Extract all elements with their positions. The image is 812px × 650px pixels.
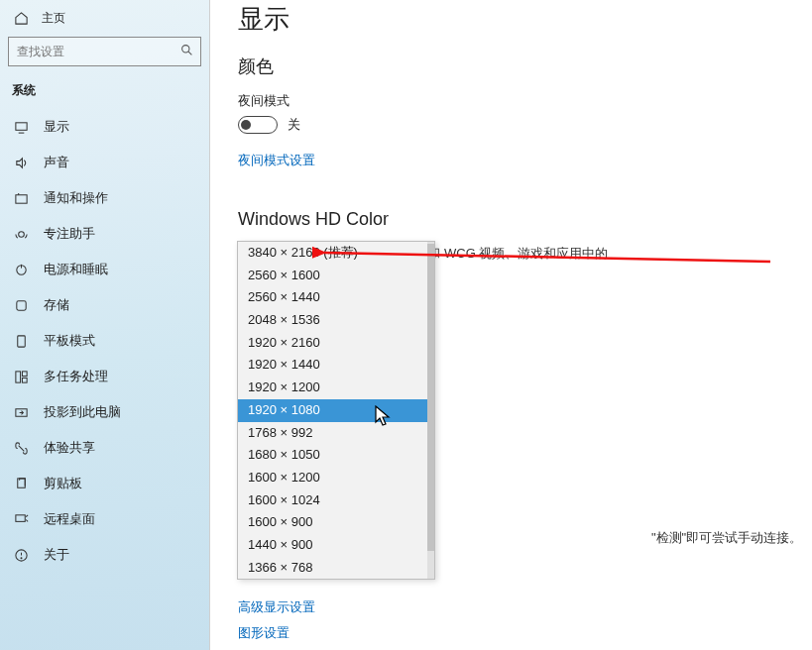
graphics-settings-link[interactable]: 图形设置	[238, 624, 290, 642]
sidebar-item-icon	[12, 120, 30, 135]
resolution-option[interactable]: 1920 × 1200	[238, 377, 434, 399]
sidebar-item-label: 存储	[44, 296, 69, 314]
svg-rect-9	[17, 335, 25, 346]
sidebar-item-icon	[12, 334, 30, 349]
svg-rect-15	[17, 478, 25, 487]
search-icon	[174, 44, 200, 59]
sidebar-item-icon	[12, 298, 30, 313]
sidebar-item-label: 远程桌面	[44, 510, 95, 528]
sidebar-item[interactable]: 电源和睡眠	[0, 252, 209, 287]
night-mode-label: 夜间模式	[238, 92, 812, 110]
advanced-display-link[interactable]: 高级显示设置	[238, 598, 315, 616]
svg-point-6	[18, 231, 24, 237]
sidebar-item-icon	[12, 405, 30, 420]
home-nav[interactable]: 主页	[0, 6, 209, 37]
sidebar-item[interactable]: 声音	[0, 145, 209, 180]
sidebar-item-label: 声音	[44, 154, 69, 171]
sidebar-item-label: 专注助手	[44, 225, 95, 243]
svg-point-21	[21, 557, 22, 558]
home-icon	[12, 11, 30, 26]
detect-hint-text: "检测"即可尝试手动连接。	[651, 529, 802, 547]
sidebar-item-icon	[12, 370, 30, 384]
svg-rect-10	[15, 371, 20, 381]
sidebar-item-label: 电源和睡眠	[44, 261, 108, 278]
resolution-option[interactable]: 1920 × 1080	[238, 399, 434, 422]
svg-rect-4	[15, 194, 26, 202]
toggle-thumb	[241, 120, 251, 130]
resolution-dropdown[interactable]: 3840 × 2160 (推荐)2560 × 16002560 × 144020…	[237, 241, 435, 580]
search-box[interactable]	[8, 37, 201, 66]
sidebar-item[interactable]: 多任务处理	[0, 359, 209, 394]
resolution-option[interactable]: 1680 × 1050	[238, 444, 434, 467]
resolution-option[interactable]: 1600 × 1024	[238, 489, 434, 512]
sidebar-item[interactable]: 存储	[0, 287, 209, 323]
svg-line-1	[188, 52, 191, 54]
sidebar-item-icon	[12, 441, 30, 456]
sidebar-item-label: 投影到此电脑	[44, 403, 121, 421]
sidebar-item[interactable]: 剪贴板	[0, 466, 209, 501]
resolution-option[interactable]: 1920 × 1440	[238, 354, 434, 377]
svg-point-0	[182, 46, 189, 53]
sidebar-section-title: 系统	[0, 82, 209, 109]
section-color: 颜色	[238, 54, 812, 78]
resolution-option[interactable]: 1600 × 1200	[238, 467, 434, 489]
sidebar-item-icon	[12, 191, 30, 206]
sidebar-item-label: 平板模式	[44, 332, 95, 350]
sidebar-item-icon	[12, 477, 30, 491]
sidebar-item-label: 体验共享	[44, 439, 95, 457]
sidebar-item-icon	[12, 227, 30, 242]
svg-rect-16	[15, 514, 24, 521]
toggle-state: 关	[288, 116, 300, 134]
page-title: 显示	[238, 2, 812, 37]
resolution-option[interactable]: 1600 × 900	[238, 511, 434, 534]
sidebar-item-icon	[12, 548, 30, 563]
sidebar-item[interactable]: 平板模式	[0, 323, 209, 359]
sidebar-item[interactable]: 显示	[0, 109, 209, 145]
sidebar-item-label: 显示	[44, 118, 69, 136]
toggle-track	[238, 116, 278, 134]
resolution-option[interactable]: 2560 × 1600	[238, 265, 434, 287]
sidebar-item-icon	[12, 512, 30, 527]
svg-rect-2	[15, 122, 26, 130]
sidebar-item[interactable]: 投影到此电脑	[0, 394, 209, 430]
dropdown-scrollbar[interactable]	[427, 242, 434, 579]
sidebar-item-label: 多任务处理	[44, 368, 108, 385]
scrollbar-thumb[interactable]	[427, 244, 434, 551]
sidebar-item[interactable]: 通知和操作	[0, 180, 209, 216]
resolution-option[interactable]: 2048 × 1536	[238, 309, 434, 332]
resolution-option[interactable]: 1366 × 768	[238, 557, 434, 580]
sidebar-item-label: 剪贴板	[44, 475, 82, 492]
resolution-option[interactable]: 1920 × 2160	[238, 332, 434, 355]
svg-line-18	[26, 519, 28, 521]
search-input[interactable]	[9, 38, 174, 65]
section-hd-color: Windows HD Color	[238, 209, 812, 230]
svg-rect-11	[22, 371, 27, 376]
resolution-option[interactable]: 1440 × 900	[238, 534, 434, 557]
sidebar-item-icon	[12, 263, 30, 277]
svg-line-14	[18, 445, 24, 451]
settings-sidebar: 主页 系统 显示声音通知和操作专注助手电源和睡眠存储平板模式多任务处理投影到此电…	[0, 0, 210, 650]
sidebar-item[interactable]: 关于	[0, 537, 209, 573]
svg-rect-12	[22, 378, 27, 382]
sidebar-item[interactable]: 远程桌面	[0, 501, 209, 537]
sidebar-item-label: 通知和操作	[44, 189, 108, 207]
resolution-option[interactable]: 3840 × 2160 (推荐)	[238, 242, 434, 265]
night-mode-settings-link[interactable]: 夜间模式设置	[238, 152, 812, 169]
resolution-option[interactable]: 2560 × 1440	[238, 286, 434, 309]
home-label: 主页	[42, 10, 65, 27]
resolution-option[interactable]: 1768 × 992	[238, 422, 434, 445]
night-mode-toggle[interactable]: 关	[238, 116, 300, 134]
svg-line-17	[26, 514, 28, 516]
sidebar-item-icon	[12, 156, 30, 170]
sidebar-item-label: 关于	[44, 546, 69, 564]
sidebar-item[interactable]: 体验共享	[0, 430, 209, 466]
sidebar-item[interactable]: 专注助手	[0, 216, 209, 252]
